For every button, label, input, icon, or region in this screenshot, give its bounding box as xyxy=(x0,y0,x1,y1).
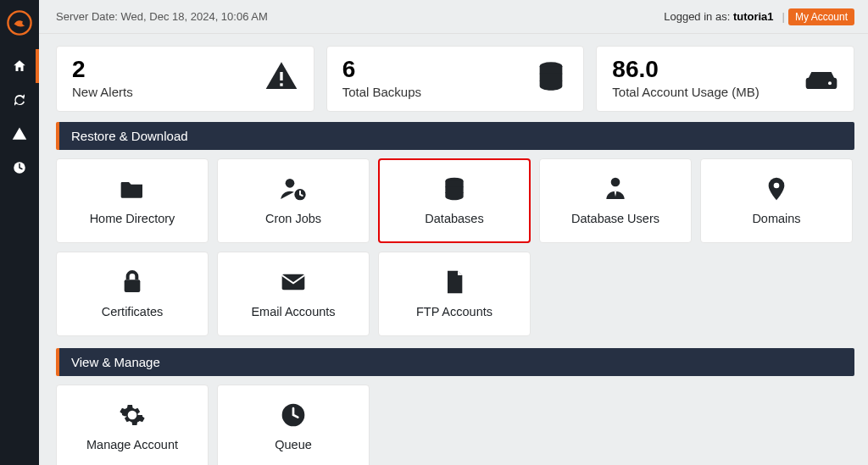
stat-backups-value: 6 xyxy=(342,57,421,83)
harddrive-icon xyxy=(804,59,838,97)
tile-database-users[interactable]: Database Users xyxy=(539,158,692,243)
tile-ftp-accounts[interactable]: FTP Accounts xyxy=(378,252,531,336)
tile-email-accounts[interactable]: Email Accounts xyxy=(217,252,370,336)
gear-icon xyxy=(119,401,146,431)
my-account-button[interactable]: My Account xyxy=(788,8,854,25)
stat-usage-value: 86.0 xyxy=(612,57,759,83)
svg-rect-3 xyxy=(280,83,282,86)
section-restore-header: Restore & Download xyxy=(56,122,854,150)
tile-cron-jobs[interactable]: Cron Jobs xyxy=(217,158,370,243)
svg-rect-11 xyxy=(125,280,141,293)
topbar: Server Date: Wed, Dec 18, 2024, 10:06 AM… xyxy=(39,0,868,34)
user-clock-icon xyxy=(280,175,307,205)
database-icon xyxy=(534,59,568,97)
nav-alerts[interactable] xyxy=(0,117,39,151)
svg-point-5 xyxy=(828,81,832,85)
clock-icon xyxy=(280,401,307,431)
svg-point-10 xyxy=(774,183,780,189)
database-icon xyxy=(441,175,468,205)
tile-databases[interactable]: Databases xyxy=(378,158,531,243)
alert-triangle-icon xyxy=(264,59,298,97)
stat-alerts-value: 2 xyxy=(72,57,133,83)
tile-manage-account[interactable]: Manage Account xyxy=(56,385,209,465)
home-icon xyxy=(12,58,27,74)
alert-triangle-icon xyxy=(12,126,27,141)
tile-certificates[interactable]: Certificates xyxy=(56,252,209,336)
svg-rect-2 xyxy=(280,72,282,80)
stat-alerts-label: New Alerts xyxy=(72,85,133,99)
section-view-header: View & Manage xyxy=(56,348,854,376)
logo xyxy=(0,3,39,42)
lock-icon xyxy=(119,268,146,298)
business-user-icon xyxy=(602,175,629,205)
view-tiles: Manage Account Queue xyxy=(56,385,854,465)
stats-row: 2 New Alerts 6 Total Backups 86.0 Total … xyxy=(56,46,854,112)
clock-icon xyxy=(12,160,27,175)
logo-icon xyxy=(6,9,33,36)
tile-domains[interactable]: Domains xyxy=(700,158,853,243)
restore-tiles: Home Directory Cron Jobs Databases Datab… xyxy=(56,158,854,336)
stat-usage[interactable]: 86.0 Total Account Usage (MB) xyxy=(596,46,854,112)
stat-usage-label: Total Account Usage (MB) xyxy=(612,85,759,99)
stat-backups[interactable]: 6 Total Backups xyxy=(326,46,585,112)
username: tutoria1 xyxy=(733,10,774,23)
refresh-icon xyxy=(12,92,27,108)
svg-point-6 xyxy=(286,179,295,188)
envelope-icon xyxy=(280,268,307,298)
nav-refresh[interactable] xyxy=(0,83,39,117)
logged-in-label: Logged in as: tutoria1 xyxy=(664,10,773,23)
tile-queue[interactable]: Queue xyxy=(217,385,370,465)
main-content: 2 New Alerts 6 Total Backups 86.0 Total … xyxy=(39,34,868,465)
stat-backups-label: Total Backups xyxy=(342,85,421,99)
map-pin-icon xyxy=(763,175,790,205)
folder-icon xyxy=(119,175,146,205)
stat-alerts[interactable]: 2 New Alerts xyxy=(56,46,314,112)
svg-rect-12 xyxy=(282,274,305,291)
nav-clock[interactable] xyxy=(0,151,39,185)
nav-home[interactable] xyxy=(0,49,39,83)
server-date: Server Date: Wed, Dec 18, 2024, 10:06 AM xyxy=(56,10,268,23)
tile-home-directory[interactable]: Home Directory xyxy=(56,158,209,243)
file-icon xyxy=(441,268,468,298)
sidebar xyxy=(0,0,39,465)
svg-point-9 xyxy=(611,178,620,187)
